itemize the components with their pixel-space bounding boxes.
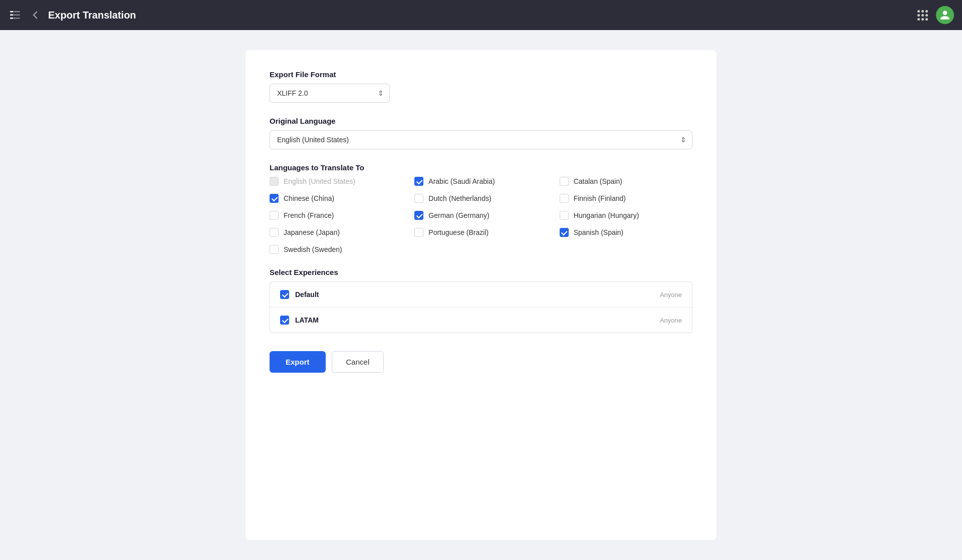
lang-checkbox-ca-es[interactable] [560, 177, 569, 186]
lang-checkbox-fr-fr[interactable] [270, 211, 279, 220]
lang-item-ja-jp[interactable]: Japanese (Japan) [270, 228, 402, 237]
lang-label-ar-sa: Arabic (Saudi Arabia) [428, 177, 495, 185]
experience-name-latam: LATAM [295, 316, 319, 324]
export-file-format-select[interactable]: XLIFF 2.0 XLIFF 1.2 CSV JSON [270, 84, 390, 103]
back-button[interactable] [28, 8, 42, 22]
lang-label-es-es: Spanish (Spain) [574, 228, 624, 236]
form-card: Export File Format XLIFF 2.0 XLIFF 1.2 C… [246, 50, 716, 540]
lang-checkbox-fi-fi[interactable] [560, 194, 569, 203]
header-left: Export Translation [8, 8, 136, 22]
experience-audience-default: Anyone [660, 291, 682, 299]
experience-checkbox-default[interactable] [280, 290, 289, 299]
lang-checkbox-ja-jp[interactable] [270, 228, 279, 237]
lang-checkbox-zh-cn[interactable] [270, 194, 279, 203]
lang-item-pt-br[interactable]: Portuguese (Brazil) [414, 228, 547, 237]
page-title: Export Translation [48, 10, 136, 21]
lang-label-pt-br: Portuguese (Brazil) [428, 228, 489, 236]
svg-rect-5 [10, 18, 13, 19]
app-header: Export Translation [0, 0, 962, 30]
original-language-wrapper: English (United States) Spanish (Spain) … [270, 130, 692, 149]
experiences-section: Select Experiences Default Anyone LATAM … [270, 268, 692, 333]
sidebar-toggle-button[interactable] [8, 8, 22, 22]
lang-item-nl-nl[interactable]: Dutch (Netherlands) [414, 194, 547, 203]
lang-checkbox-pt-br[interactable] [414, 228, 423, 237]
experience-row-default[interactable]: Default Anyone [270, 282, 692, 308]
lang-label-ja-jp: Japanese (Japan) [284, 228, 340, 236]
lang-label-de-de: German (Germany) [428, 211, 489, 219]
experience-left-latam: LATAM [280, 316, 319, 325]
lang-item-es-es[interactable]: Spanish (Spain) [560, 228, 692, 237]
lang-item-fr-fr[interactable]: French (France) [270, 211, 402, 220]
lang-checkbox-hu-hu[interactable] [560, 211, 569, 220]
export-file-format-section: Export File Format XLIFF 2.0 XLIFF 1.2 C… [270, 70, 692, 103]
lang-checkbox-nl-nl[interactable] [414, 194, 423, 203]
cancel-button[interactable]: Cancel [332, 351, 384, 373]
lang-checkbox-en-us[interactable] [270, 177, 279, 186]
lang-item-hu-hu[interactable]: Hungarian (Hungary) [560, 211, 692, 220]
lang-item-ca-es[interactable]: Catalan (Spain) [560, 177, 692, 186]
person-icon [939, 10, 950, 21]
experiences-table: Default Anyone LATAM Anyone [270, 282, 692, 333]
lang-label-sv-se: Swedish (Sweden) [284, 245, 342, 253]
languages-section: Languages to Translate To English (Unite… [270, 163, 692, 254]
lang-label-fr-fr: French (France) [284, 211, 334, 219]
languages-grid: English (United States) Arabic (Saudi Ar… [270, 177, 692, 254]
lang-item-fi-fi[interactable]: Finnish (Finland) [560, 194, 692, 203]
apps-grid-icon[interactable] [917, 10, 928, 21]
lang-label-ca-es: Catalan (Spain) [574, 177, 622, 185]
lang-checkbox-de-de[interactable] [414, 211, 423, 220]
lang-checkbox-sv-se[interactable] [270, 245, 279, 254]
lang-label-nl-nl: Dutch (Netherlands) [428, 194, 491, 202]
lang-checkbox-ar-sa[interactable] [414, 177, 423, 186]
experience-checkbox-latam[interactable] [280, 316, 289, 325]
languages-label: Languages to Translate To [270, 163, 692, 172]
lang-item-en-us[interactable]: English (United States) [270, 177, 402, 186]
lang-item-sv-se[interactable]: Swedish (Sweden) [270, 245, 402, 254]
lang-checkbox-es-es[interactable] [560, 228, 569, 237]
experience-audience-latam: Anyone [660, 317, 682, 324]
svg-rect-3 [10, 11, 13, 13]
user-avatar[interactable] [936, 6, 954, 24]
original-language-label: Original Language [270, 117, 692, 125]
export-file-format-wrapper: XLIFF 2.0 XLIFF 1.2 CSV JSON ⇕ [270, 84, 390, 103]
experience-left-default: Default [280, 290, 319, 299]
experiences-label: Select Experiences [270, 268, 692, 276]
original-language-section: Original Language English (United States… [270, 117, 692, 149]
lang-label-hu-hu: Hungarian (Hungary) [574, 211, 639, 219]
svg-rect-4 [10, 15, 13, 16]
lang-label-zh-cn: Chinese (China) [284, 194, 334, 202]
export-file-format-label: Export File Format [270, 70, 692, 79]
lang-item-de-de[interactable]: German (Germany) [414, 211, 547, 220]
lang-label-fi-fi: Finnish (Finland) [574, 194, 626, 202]
original-language-select[interactable]: English (United States) Spanish (Spain) … [270, 130, 692, 149]
lang-label-en-us: English (United States) [284, 177, 355, 185]
lang-item-ar-sa[interactable]: Arabic (Saudi Arabia) [414, 177, 547, 186]
lang-item-zh-cn[interactable]: Chinese (China) [270, 194, 402, 203]
main-content: Export File Format XLIFF 2.0 XLIFF 1.2 C… [0, 30, 962, 560]
experience-row-latam[interactable]: LATAM Anyone [270, 308, 692, 333]
export-button[interactable]: Export [270, 351, 326, 373]
experience-name-default: Default [295, 291, 319, 299]
header-right [917, 6, 954, 24]
button-row: Export Cancel [270, 351, 692, 373]
